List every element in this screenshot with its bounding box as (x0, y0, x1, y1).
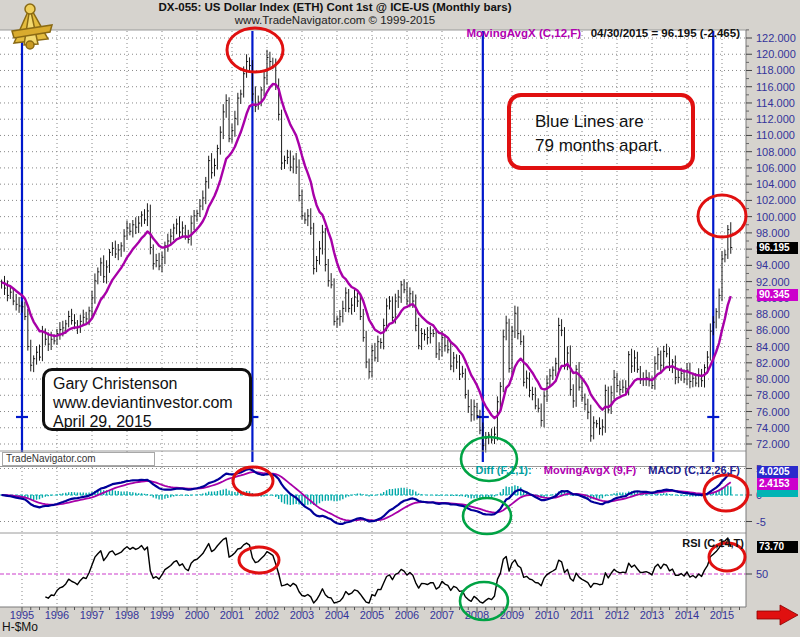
macd-axis-label: -5 (756, 516, 766, 528)
price-axis-label: 80.000 (756, 373, 790, 385)
chart-page-label: H-$Mo (2, 620, 38, 634)
rsi-axis-label: 50 (756, 568, 768, 580)
annotation-line: Blue Lines are (535, 110, 681, 134)
credit-line: www.deviantinvestor.com (53, 393, 249, 412)
year-axis-label: 2003 (290, 609, 314, 621)
price-axis-label: 98.000 (756, 227, 790, 239)
price-axis-label: 104.000 (756, 178, 796, 190)
price-axis-label: 74.000 (756, 422, 790, 434)
price-axis-label: 82.000 (756, 357, 790, 369)
price-axis-label: 114.000 (756, 97, 795, 109)
year-axis-label: 2014 (675, 609, 699, 621)
price-axis-label: 78.000 (756, 389, 790, 401)
price-axis-label: 86.000 (756, 324, 790, 336)
price-axis-label: 106.000 (756, 162, 796, 174)
year-axis-label: 1997 (80, 609, 104, 621)
year-axis-label: 2005 (360, 609, 384, 621)
credit-line: Gary Christenson (53, 374, 249, 393)
blue-lines-annotation: Blue Lines are 79 months apart. (507, 93, 695, 170)
moving-avg-label: MovingAvgX (C,12,F) (467, 27, 582, 39)
rsi-indicator-label: RSI (C,14,T) (580, 537, 745, 549)
red-arrow-icon[interactable] (757, 605, 798, 625)
price-axis-label: 92.000 (756, 276, 790, 288)
copyright-line: www.TradeNavigator.com © 1999-2015 (0, 14, 670, 26)
price-axis-label: 110.000 (756, 129, 795, 141)
price-axis-label: 108.000 (756, 146, 796, 158)
year-axis-label: 2007 (430, 609, 454, 621)
year-axis-label: 2000 (185, 609, 209, 621)
last-close-price-tag: 96.195 (757, 242, 798, 254)
moving-avg-value: 04/30/2015 = 96.195 (-2.465) (591, 27, 740, 39)
credit-line: April 29, 2015 (53, 412, 249, 431)
price-axis-label: 88.000 (756, 308, 790, 320)
rsi-value-tag: 73.70 (757, 541, 798, 553)
macd-indicator-label: MACD (C,12,26,F) (648, 464, 740, 476)
signal-indicator-label: MovingAvgX (9,F) (544, 464, 636, 476)
year-axis-label: 2001 (220, 609, 244, 621)
price-axis-label: 94.000 (756, 259, 790, 271)
year-axis-label: 2012 (605, 609, 629, 621)
diff-value-tag (757, 490, 798, 497)
trade-navigator-window: 122.000120.000118.000116.000114.000112.0… (0, 0, 800, 637)
macd-value-tag: 4.0205 (757, 466, 798, 478)
diff-indicator-label: Diff (F,1,1): (475, 464, 531, 476)
price-axis-label: 72.000 (756, 438, 790, 450)
year-axis-label: 2011 (570, 609, 594, 621)
watermark-label: TradeNavigator.com (2, 452, 155, 466)
year-axis-label: 2013 (640, 609, 664, 621)
price-axis-label: 100.000 (756, 211, 796, 223)
moving-average-price-tag: 90.345 (757, 289, 798, 301)
annotation-line: 79 months apart. (535, 134, 681, 158)
price-axis-label: 118.000 (756, 64, 795, 76)
year-axis-label: 2015 (710, 609, 734, 621)
price-axis-label: 122.000 (756, 32, 796, 44)
credit-annotation: Gary Christenson www.deviantinvestor.com… (42, 368, 252, 431)
price-axis-label: 76.000 (756, 406, 790, 418)
price-axis-label: 102.000 (756, 194, 796, 206)
macd-signal-value-tag: 2.4153 (757, 478, 798, 490)
year-axis-label: 1996 (45, 609, 69, 621)
year-axis-label: 1998 (115, 609, 139, 621)
price-axis-label: 84.000 (756, 341, 790, 353)
year-axis-label: 1999 (150, 609, 174, 621)
price-axis-label: 120.000 (756, 48, 796, 60)
year-axis-label: 2006 (395, 609, 419, 621)
price-axis-label: 112.000 (756, 113, 795, 125)
year-axis-label: 2002 (255, 609, 279, 621)
price-axis-label: 116.000 (756, 81, 795, 93)
year-axis-label: 2010 (535, 609, 559, 621)
indicator-header: MovingAvgX (C,12,F) 04/30/2015 = 96.195 … (300, 27, 740, 39)
macd-panel-labels: Diff (F,1,1): MovingAvgX (9,F) MACD (C,1… (400, 464, 740, 476)
chart-title: DX-055: US Dollar Index (ETH) Cont 1st @… (0, 1, 670, 13)
year-axis-label: 2004 (325, 609, 349, 621)
